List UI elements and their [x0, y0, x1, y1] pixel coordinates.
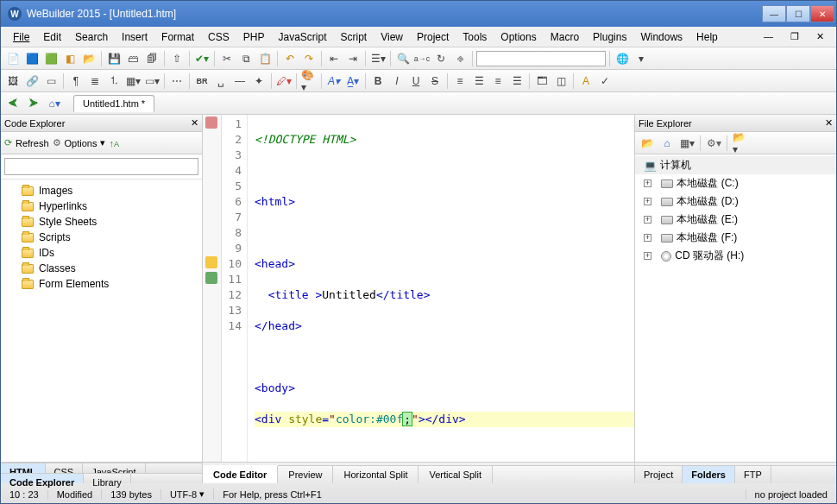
align-center-icon[interactable]: ☰ — [470, 72, 488, 90]
marker-icon[interactable]: 🖊▾ — [275, 72, 293, 90]
bold-icon[interactable]: B — [369, 72, 387, 90]
goto-icon[interactable]: ⎆ — [451, 50, 469, 67]
align-justify-icon[interactable]: ☰ — [508, 72, 525, 90]
tree-item[interactable]: Classes — [1, 261, 202, 276]
menu-windows[interactable]: Windows — [633, 29, 689, 45]
color-icon[interactable]: 🎨▾ — [300, 72, 318, 90]
expander-icon[interactable]: + — [644, 234, 651, 242]
underline-icon[interactable]: U — [407, 72, 425, 90]
br-icon[interactable]: BR — [193, 72, 211, 90]
tree-item[interactable]: Images — [1, 183, 202, 198]
entities-icon[interactable]: ✦ — [250, 72, 267, 90]
tree-item[interactable]: Hyperlinks — [1, 198, 202, 214]
paragraph-icon[interactable]: ¶ — [67, 72, 85, 90]
drive-row[interactable]: + 本地磁盘 (E:) — [635, 211, 836, 229]
table-icon[interactable]: ▦▾ — [124, 72, 142, 90]
document-tab[interactable]: Untitled1.htm * — [73, 95, 154, 112]
back-icon[interactable]: ⮜ — [4, 95, 22, 112]
code-explorer-search-input[interactable] — [4, 158, 198, 175]
tab-preview[interactable]: Preview — [278, 466, 333, 483]
sort-icon[interactable]: ↑A — [109, 138, 119, 148]
comment-icon[interactable]: ⋯ — [168, 72, 186, 90]
open-icon[interactable]: 📂 — [80, 50, 98, 67]
mdi-minimize-button[interactable]: — — [757, 29, 780, 44]
hr-icon[interactable]: — — [231, 72, 249, 90]
css-panel-icon[interactable]: 🗔 — [533, 72, 551, 90]
spellcheck-icon[interactable]: ✓ — [596, 72, 614, 90]
tree-item[interactable]: Style Sheets — [1, 214, 202, 230]
list-ul-icon[interactable]: ≣ — [86, 72, 104, 90]
expander-icon[interactable]: + — [644, 198, 651, 205]
forward-icon[interactable]: ⮞ — [25, 95, 42, 112]
status-encoding[interactable]: UTF-8 ▾ — [161, 488, 214, 500]
code-explorer-close-icon[interactable]: ✕ — [191, 117, 198, 129]
save-all-icon[interactable]: 🗃 — [124, 50, 142, 67]
menu-plugins[interactable]: Plugins — [586, 29, 633, 45]
align-right-icon[interactable]: ≡ — [489, 72, 507, 90]
browser-dropdown-icon[interactable]: ▾ — [632, 50, 650, 67]
refresh-icon[interactable]: ⟳ — [4, 137, 12, 148]
refresh-label[interactable]: Refresh — [16, 138, 49, 148]
highlight-icon[interactable]: A — [577, 72, 595, 90]
mdi-close-button[interactable]: ✕ — [809, 29, 831, 44]
menu-search[interactable]: Search — [68, 29, 115, 45]
menu-javascript[interactable]: JavaScript — [271, 29, 333, 45]
expander-icon[interactable]: + — [644, 180, 651, 187]
code-editor[interactable]: <!DOCTYPE HTML> <html> <head> <title >Un… — [248, 115, 634, 462]
outdent-icon[interactable]: ⇤ — [325, 50, 343, 67]
tab-project[interactable]: Project — [635, 466, 683, 483]
gear-icon[interactable]: ⚙ — [53, 137, 61, 148]
indent-icon[interactable]: ⇥ — [344, 50, 362, 67]
tab-library[interactable]: Library — [84, 474, 131, 483]
find-icon[interactable]: 🔍 — [394, 50, 412, 67]
menu-script[interactable]: Script — [334, 29, 374, 45]
new-php-icon[interactable]: ◧ — [61, 50, 79, 67]
folding-margin[interactable] — [203, 115, 222, 462]
menu-edit[interactable]: Edit — [36, 29, 68, 45]
drive-row[interactable]: + CD 驱动器 (H:) — [635, 247, 836, 265]
home-icon[interactable]: ⌂ — [658, 135, 676, 152]
recent-icon[interactable]: ⌂▾ — [46, 95, 63, 112]
tab-hsplit[interactable]: Horizontal Split — [333, 466, 418, 483]
settings-icon[interactable]: ⚙▾ — [705, 135, 722, 152]
expander-icon[interactable]: + — [644, 216, 651, 224]
tab-folders[interactable]: Folders — [683, 466, 735, 483]
redo-icon[interactable]: ↷ — [300, 50, 318, 67]
minimize-button[interactable]: — — [762, 5, 786, 22]
list-ol-icon[interactable]: ⒈ — [105, 72, 123, 90]
italic-icon[interactable]: I — [388, 72, 406, 90]
options-label[interactable]: Options — [65, 138, 98, 148]
font-style-icon[interactable]: A▾ — [325, 72, 343, 90]
align-left-icon[interactable]: ≡ — [451, 72, 469, 90]
maximize-button[interactable]: ☐ — [786, 5, 810, 22]
up-folder-icon[interactable]: 📂 — [639, 135, 656, 152]
view-icon[interactable]: ▦▾ — [678, 135, 695, 152]
palette-icon[interactable]: ◫ — [552, 72, 570, 90]
tab-code-editor[interactable]: Code Editor — [203, 465, 278, 483]
font-css-icon[interactable]: A̲▾ — [344, 72, 362, 90]
image-icon[interactable]: 🖼 — [4, 72, 22, 90]
new-html-icon[interactable]: 🟦 — [23, 50, 41, 67]
tab-ftp[interactable]: FTP — [735, 466, 771, 483]
tab-code-explorer[interactable]: Code Explorer — [1, 474, 84, 483]
form-icon[interactable]: ▭ — [42, 72, 60, 90]
menu-css[interactable]: CSS — [201, 29, 236, 45]
div-icon[interactable]: ▭▾ — [143, 72, 160, 90]
strike-icon[interactable]: S — [426, 72, 444, 90]
nbsp-icon[interactable]: ␣ — [212, 72, 230, 90]
findnext-icon[interactable]: ↻ — [432, 50, 450, 67]
menu-php[interactable]: PHP — [236, 29, 272, 45]
drive-row[interactable]: + 本地磁盘 (F:) — [635, 229, 836, 247]
search-combo[interactable] — [476, 51, 606, 66]
paste-icon[interactable]: 📋 — [256, 50, 274, 67]
open-folder-icon[interactable]: 📂▾ — [732, 135, 749, 152]
drive-tree[interactable]: 💻 计算机 + 本地磁盘 (C:) + 本地磁盘 (D:) + 本地磁盘 (E:… — [635, 154, 836, 462]
check-icon[interactable]: ✔▾ — [193, 50, 211, 67]
undo-icon[interactable]: ↶ — [281, 50, 299, 67]
tree-item[interactable]: Form Elements — [1, 276, 202, 292]
save-copy-icon[interactable]: 🗐 — [143, 50, 160, 67]
tab-js[interactable]: JavaScript — [83, 463, 145, 473]
menu-insert[interactable]: Insert — [115, 29, 154, 45]
expander-icon[interactable]: + — [644, 252, 651, 260]
drive-row[interactable]: + 本地磁盘 (C:) — [635, 174, 836, 192]
